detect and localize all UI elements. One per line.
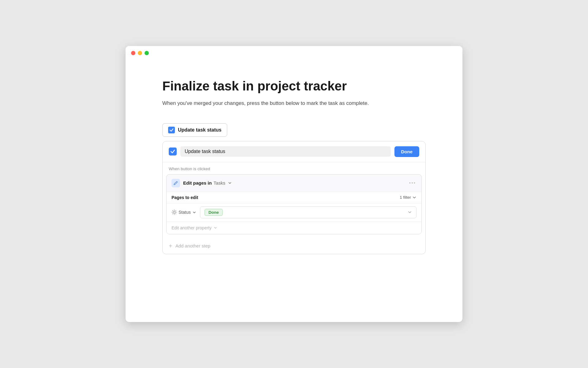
svg-line-11: [175, 211, 176, 211]
add-another-step-row[interactable]: + Add another step: [163, 238, 425, 254]
pages-to-edit-label: Pages to edit: [172, 195, 198, 200]
more-options-button[interactable]: [408, 182, 417, 184]
add-step-plus-icon: +: [169, 243, 172, 249]
when-label: When button is clicked: [163, 162, 425, 174]
filter-count-label: 1 filter: [400, 195, 411, 200]
close-dot[interactable]: [131, 51, 135, 55]
page-title: Finalize task in project tracker: [162, 79, 426, 94]
app-window: Finalize task in project tracker When yo…: [126, 46, 462, 322]
status-select-chevron-icon: [408, 210, 412, 214]
update-task-status-button[interactable]: Update task status: [162, 123, 227, 137]
pages-to-edit-row: Pages to edit 1 filter: [167, 192, 421, 203]
minimize-dot[interactable]: [138, 51, 142, 55]
card-header: Done: [163, 141, 425, 162]
main-card: Done When button is clicked Edit pa: [162, 141, 426, 254]
svg-line-8: [172, 211, 173, 211]
main-content: Finalize task in project tracker When yo…: [126, 60, 462, 279]
card-checkbox-icon: [169, 148, 177, 155]
edit-pages-prefix: Edit pages in: [183, 180, 212, 186]
action-block-left: Edit pages in Tasks: [172, 179, 232, 187]
status-label-text: Status: [179, 210, 191, 215]
svg-point-3: [173, 211, 175, 213]
svg-line-10: [172, 214, 173, 214]
status-property-label[interactable]: Status: [172, 209, 196, 215]
action-block-title: Edit pages in Tasks: [183, 180, 232, 186]
status-chevron-icon: [192, 210, 196, 214]
svg-line-9: [175, 214, 176, 214]
page-subtitle: When you've merged your changes, press t…: [162, 99, 426, 107]
svg-point-1: [412, 182, 413, 184]
edit-icon-box: [172, 179, 180, 187]
svg-point-0: [409, 182, 411, 184]
status-select[interactable]: Done: [200, 206, 417, 218]
filter-button[interactable]: 1 filter: [400, 195, 417, 200]
db-name-chevron-icon[interactable]: [228, 181, 232, 185]
status-done-badge: Done: [205, 209, 223, 216]
action-button-row: Update task status: [162, 123, 426, 137]
update-btn-label: Update task status: [178, 127, 221, 133]
svg-point-2: [414, 182, 415, 184]
add-step-label: Add another step: [175, 243, 210, 248]
db-name: Tasks: [213, 180, 225, 186]
card-title-input[interactable]: [180, 146, 391, 157]
action-block-header: Edit pages in Tasks: [167, 174, 421, 192]
edit-another-property-row[interactable]: Edit another property: [167, 221, 421, 234]
edit-another-label: Edit another property: [172, 225, 212, 230]
titlebar: [126, 46, 462, 60]
maximize-dot[interactable]: [145, 51, 149, 55]
status-property-row: Status Done: [167, 203, 421, 221]
checkbox-icon: [168, 127, 175, 133]
edit-another-chevron-icon: [213, 226, 217, 230]
action-block: Edit pages in Tasks: [166, 174, 422, 234]
done-button[interactable]: Done: [394, 146, 420, 157]
